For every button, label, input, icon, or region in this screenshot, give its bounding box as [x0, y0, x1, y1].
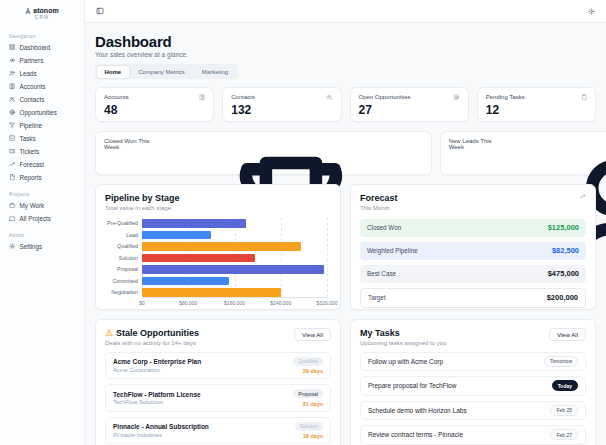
week-card-closed-won-this-week: Closed Won This Week $45,000 3 deals: [95, 131, 432, 175]
sidebar-item-contacts[interactable]: Contacts: [9, 93, 75, 106]
forecast-row-value: $82,500: [552, 246, 579, 255]
task-name: Follow up with Acme Corp: [368, 358, 443, 365]
stat-value: 48: [104, 103, 205, 117]
page-title: Dashboard: [95, 33, 596, 50]
stat-label: Open Opportunities: [359, 94, 411, 100]
forecast-rows: Closed Won $125,000 Weighted Pipeline $8…: [360, 219, 586, 308]
sidebar-item-settings[interactable]: Settings: [9, 240, 75, 253]
panel-left-icon: [96, 7, 104, 15]
sidebar-item-pipeline[interactable]: Pipeline: [9, 119, 75, 132]
chart-x-tick: $0: [139, 300, 145, 306]
chart-x-tick: $80,000: [179, 300, 197, 306]
chart-x-axis: $0$80,000$160,000$240,000$320,000: [142, 300, 327, 308]
stat-card-pending-tasks: Pending Tasks 12: [477, 87, 596, 122]
opportunity-company: Pinnacle Industries: [113, 432, 209, 438]
weekly-row: Closed Won This Week $45,000 3 deals New…: [95, 131, 596, 175]
ticket-icon: [9, 148, 16, 155]
chart-bar-proposal: [142, 265, 324, 274]
sidebar-item-label: Tickets: [20, 148, 40, 155]
sidebar-item-all-projects[interactable]: All Projects: [9, 212, 75, 225]
logo: atonom CRM: [0, 7, 84, 26]
sidebar-item-opportunities[interactable]: Opportunities: [9, 106, 75, 119]
logo-title: atonom: [33, 7, 58, 14]
users-icon: [9, 96, 16, 103]
opportunity-info: TechFlow - Platform License TechFlow Sol…: [113, 391, 201, 406]
app-root: atonom CRM Navigation Dashboard Partners…: [0, 0, 606, 445]
stat-value: 12: [486, 103, 587, 117]
sidebar-item-label: Contacts: [20, 96, 45, 103]
chart-category-label: Qualified: [105, 243, 142, 249]
tasks-view-all-button[interactable]: View All: [549, 328, 586, 341]
forecast-row-weighted-pipeline: Weighted Pipeline $82,500: [360, 242, 586, 260]
forecast-row-label: Target: [368, 294, 386, 301]
forecast-row-value: $200,000: [547, 293, 578, 302]
sidebar-item-label: All Projects: [20, 215, 52, 222]
sidebar-section-admin: Admin Settings: [0, 233, 84, 253]
sidebar-toggle-button[interactable]: [96, 7, 104, 15]
sidebar: atonom CRM Navigation Dashboard Partners…: [0, 0, 85, 445]
sidebar-nav: Navigation Dashboard Partners Leads Acco…: [0, 34, 84, 253]
header-settings-button[interactable]: [588, 8, 595, 15]
sidebar-item-label: Partners: [20, 57, 44, 64]
stat-label: Contacts: [231, 94, 255, 100]
sidebar-item-forecast[interactable]: Forecast: [9, 158, 75, 171]
sidebar-item-my-work[interactable]: My Work: [9, 199, 75, 212]
tab-marketing[interactable]: Marketing: [194, 66, 236, 78]
sidebar-item-leads[interactable]: Leads: [9, 67, 75, 80]
sidebar-item-label: Opportunities: [20, 109, 57, 116]
sidebar-item-accounts[interactable]: Accounts: [9, 80, 75, 93]
sidebar-item-dashboard[interactable]: Dashboard: [9, 41, 75, 54]
opportunity-item[interactable]: TechFlow - Platform License TechFlow Sol…: [105, 384, 331, 412]
tasks-title: My Tasks: [360, 328, 446, 338]
sidebar-item-label: Tasks: [20, 135, 36, 142]
tab-home[interactable]: Home: [97, 66, 130, 78]
building-icon: [9, 83, 16, 90]
opportunity-info: Pinnacle - Annual Subscription Pinnacle …: [113, 423, 209, 438]
page-subtitle: Your sales overview at a glance.: [95, 51, 596, 58]
sidebar-section-label: Projects: [9, 192, 75, 197]
task-item[interactable]: Review contract terms - Pinnacle Feb 27: [360, 425, 586, 445]
chart-bar-solution: [142, 254, 255, 263]
sidebar-item-label: Dashboard: [20, 44, 51, 51]
stage-badge: Solution: [295, 422, 323, 431]
sidebar-item-reports[interactable]: Reports: [9, 171, 75, 184]
stat-card-open-opportunities: Open Opportunities 27: [350, 87, 469, 122]
opportunity-meta: Proposal 21 days: [293, 389, 323, 407]
stale-opportunity-list: Acme Corp - Enterprise Plan Acme Corpora…: [105, 352, 331, 445]
due-badge: Feb 25: [550, 405, 578, 416]
warning-icon: [105, 329, 113, 337]
stat-label: Pending Tasks: [486, 94, 525, 100]
due-badge: Tomorrow: [544, 356, 578, 367]
lists-row: Stale Opportunities Deals with no activi…: [95, 319, 596, 445]
sidebar-item-tickets[interactable]: Tickets: [9, 145, 75, 158]
opportunity-name: Acme Corp - Enterprise Plan: [113, 358, 201, 365]
days-stale-label: 21 days: [303, 401, 323, 407]
chart-row-committed: Committed: [105, 275, 327, 287]
opportunity-company: TechFlow Solutions: [113, 399, 201, 405]
opportunity-item[interactable]: Acme Corp - Enterprise Plan Acme Corpora…: [105, 352, 331, 380]
task-list: Follow up with Acme Corp Tomorrow Prepar…: [360, 352, 586, 445]
task-name: Prepare proposal for TechFlow: [368, 382, 456, 389]
chart-bar-qualified: [142, 242, 301, 251]
logo-subtitle: CRM: [0, 15, 84, 20]
task-item[interactable]: Schedule demo with Horizon Labs Feb 25: [360, 401, 586, 421]
target-icon: [453, 94, 460, 101]
clipboard-icon: [581, 94, 588, 101]
opportunity-item[interactable]: Pinnacle - Annual Subscription Pinnacle …: [105, 417, 331, 445]
chart-row-negotiation: Negotiation: [105, 287, 327, 299]
topbar: [85, 0, 606, 23]
chart-bar-track: [142, 219, 327, 228]
file-icon: [9, 174, 16, 181]
tab-company-metrics[interactable]: Company Metrics: [130, 66, 193, 78]
sidebar-item-label: Forecast: [20, 161, 45, 168]
task-item[interactable]: Follow up with Acme Corp Tomorrow: [360, 352, 586, 372]
sidebar-item-partners[interactable]: Partners: [9, 54, 75, 67]
stale-view-all-button[interactable]: View All: [294, 328, 331, 341]
task-item[interactable]: Prepare proposal for TechFlow Today: [360, 376, 586, 396]
gear-icon: [9, 243, 16, 250]
sidebar-item-tasks[interactable]: Tasks: [9, 132, 75, 145]
chart-row-pre-qualified: Pre-Qualified: [105, 218, 327, 230]
stat-value: 27: [359, 103, 460, 117]
sidebar-section-navigation: Navigation Dashboard Partners Leads Acco…: [0, 34, 84, 184]
grid-icon: [9, 44, 16, 51]
